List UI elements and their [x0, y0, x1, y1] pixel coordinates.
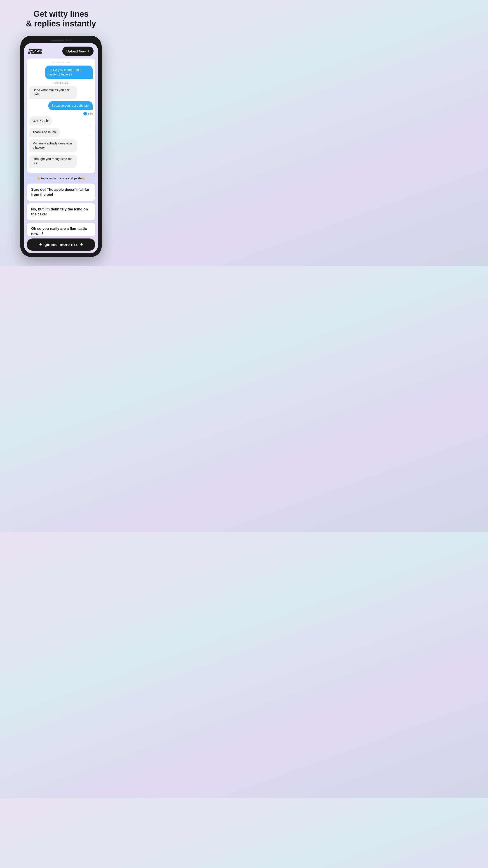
chat-timestamp-mid: Today 8:24 AM — [29, 82, 93, 84]
heart-icon-5: ♡ — [89, 166, 92, 169]
notch-dot2 — [70, 39, 71, 41]
reply-card-2[interactable]: No, but I'm definitely the icing on the … — [27, 203, 95, 221]
upload-new-button[interactable]: Upload New + — [62, 46, 94, 56]
app-header: RIZZ Upload New + — [24, 43, 98, 59]
sent-label: Sent — [88, 113, 93, 115]
logo-outline: RIZZ — [29, 48, 41, 55]
msg-row-received-1: Haha what makes you ask that? ♡ — [29, 86, 93, 100]
heart-icon-4: ♡ — [89, 150, 92, 154]
page-headline: Get witty lines & replies instantly — [26, 9, 96, 29]
bottom-btn-label: gimme' more rizz — [44, 242, 77, 247]
app-logo: RIZZ — [29, 48, 41, 55]
reply-card-3-partial[interactable]: Oh so you really are a flan-tastic new…! — [27, 223, 95, 236]
msg-bubble-received-4: My family actually does own a bakery — [29, 139, 77, 152]
bottom-btn-icon-left: ✦ — [39, 242, 42, 247]
phone-frame: RIZZ Upload New + · · · · · · · · · · · … — [20, 36, 102, 257]
chat-timestamp-top: · · · · · · · · · · · · · · · — [29, 61, 93, 64]
heart-icon-2: ♡ — [89, 123, 92, 127]
msg-row-received-2: O.M. Gosh! ♡ — [29, 116, 93, 127]
upload-btn-label: Upload New — [66, 49, 86, 53]
bottom-btn-icon-right: ✦ — [80, 242, 83, 247]
msg-row-sent-1: Hi! Do you come from a family of bakers? — [29, 66, 93, 80]
notch-dot — [66, 39, 68, 41]
msg-bubble-received-3: Thanks so much! — [29, 128, 60, 137]
msg-row-sent-2: Because you're a cutie pie! — [29, 101, 93, 112]
reply-card-1[interactable]: Sure do! The apple doesn't fall far from… — [27, 184, 95, 201]
chat-area: · · · · · · · · · · · · · · · Hi! Do you… — [27, 59, 95, 173]
notch-pill — [51, 39, 64, 41]
reply-text-1: Sure do! The apple doesn't fall far from… — [31, 187, 91, 197]
headline-line1: Get witty lines — [33, 9, 89, 19]
phone-screen: RIZZ Upload New + · · · · · · · · · · · … — [24, 43, 98, 253]
upload-btn-icon: + — [87, 49, 90, 54]
headline-line2: & replies instantly — [26, 19, 96, 28]
msg-bubble-sent-2: Because you're a cutie pie! — [48, 101, 93, 110]
instruction-row: 👆 tap a reply to copy and paste👆 — [27, 177, 95, 180]
reply-text-3: Oh so you really are a flan-tastic new…! — [31, 226, 91, 236]
msg-bubble-received-5: I thought you recognized me LOL — [29, 155, 77, 168]
gimme-more-rizz-button[interactable]: ✦ gimme' more rizz ✦ — [27, 239, 95, 251]
phone-notch — [24, 39, 98, 41]
instruction-text: 👆 tap a reply to copy and paste👆 — [37, 177, 86, 180]
msg-bubble-received-1: Haha what makes you ask that? — [29, 86, 77, 99]
heart-icon-1: ♡ — [89, 97, 92, 100]
msg-row-received-4: My family actually does own a bakery ♡ — [29, 139, 93, 154]
sent-badge: ✓+ — [84, 112, 87, 116]
heart-icon-3: ♡ — [89, 134, 92, 138]
sent-status: ✓+ Sent — [29, 112, 93, 116]
msg-bubble-received-2: O.M. Gosh! — [29, 116, 52, 125]
msg-bubble-sent-1: Hi! Do you come from a family of bakers? — [45, 66, 93, 79]
msg-row-received-5: I thought you recognized me LOL ♡ — [29, 155, 93, 169]
msg-row-received-3: Thanks so much! ♡ — [29, 128, 93, 138]
reply-text-2: No, but I'm definitely the icing on the … — [31, 207, 91, 217]
